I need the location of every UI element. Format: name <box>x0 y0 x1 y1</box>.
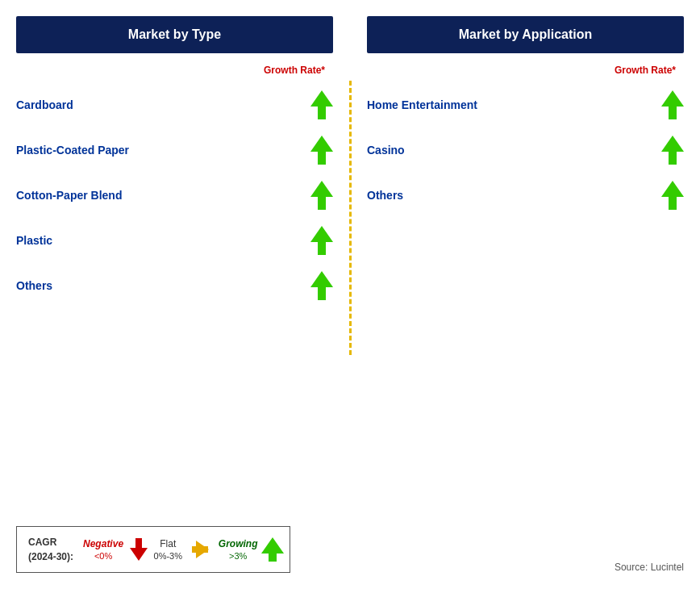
legend-growing-range: >3% <box>229 551 247 561</box>
item-label-others-right: Others <box>367 189 403 202</box>
yellow-arrow-right-icon <box>192 541 209 558</box>
arrow-up-icon-cotton-paper <box>310 181 333 210</box>
arrow-up-icon-home-entertainment <box>661 90 684 119</box>
item-label-plastic: Plastic <box>16 234 52 247</box>
right-growth-rate-row: Growth Rate* <box>367 65 684 76</box>
item-label-plastic-coated: Plastic-Coated Paper <box>16 144 129 157</box>
table-row: Others <box>367 173 684 218</box>
table-row: Cotton-Paper Blend <box>16 173 333 218</box>
left-items-container: Cardboard Plastic-Coated Paper Cotton-Pa… <box>16 82 333 510</box>
arrow-up-icon-others-left <box>310 271 333 300</box>
right-header: Market by Application <box>367 16 684 53</box>
table-row: Home Entertainment <box>367 82 684 127</box>
table-row: Others <box>16 263 333 308</box>
item-label-cotton-paper: Cotton-Paper Blend <box>16 189 122 202</box>
table-row: Plastic-Coated Paper <box>16 127 333 173</box>
table-row: Plastic <box>16 218 333 263</box>
left-growth-rate-row: Growth Rate* <box>16 65 333 76</box>
main-container: Market by Type Growth Rate* Cardboard Pl… <box>0 0 700 589</box>
source-text: Source: Lucintel <box>367 545 684 573</box>
red-arrow-down-icon <box>133 538 144 561</box>
table-row: Casino <box>367 127 684 173</box>
table-row: Cardboard <box>16 82 333 127</box>
legend-negative-range: <0% <box>94 551 112 561</box>
item-label-others-left: Others <box>16 279 52 292</box>
arrow-up-icon-others-right <box>661 181 684 210</box>
item-label-cardboard: Cardboard <box>16 98 73 111</box>
item-label-home-entertainment: Home Entertainment <box>367 98 477 111</box>
legend-flat-range: 0%-3% <box>154 551 182 561</box>
right-growth-rate-label: Growth Rate* <box>615 65 676 76</box>
legend-growing-label: Growing <box>219 538 258 549</box>
item-label-casino: Casino <box>367 144 405 157</box>
arrow-up-icon-cardboard <box>310 90 333 119</box>
left-header: Market by Type <box>16 16 333 53</box>
arrow-up-icon-plastic <box>310 226 333 255</box>
left-growth-rate-label: Growth Rate* <box>264 65 325 76</box>
arrow-up-icon-plastic-coated <box>310 136 333 165</box>
green-arrow-growing-icon <box>268 537 278 562</box>
legend-negative-label: Negative <box>83 538 123 549</box>
arrow-up-icon-casino <box>661 136 684 165</box>
right-panel: Market by Application Growth Rate* Home … <box>351 16 684 573</box>
left-panel: Market by Type Growth Rate* Cardboard Pl… <box>16 16 349 573</box>
legend-flat-label: Flat <box>160 538 176 549</box>
legend-cagr-label: CAGR(2024-30): <box>28 535 73 564</box>
legend-box: CAGR(2024-30): Negative <0% Flat 0%-3% G… <box>16 526 290 573</box>
right-items-container: Home Entertainment Casino Others <box>367 82 684 545</box>
